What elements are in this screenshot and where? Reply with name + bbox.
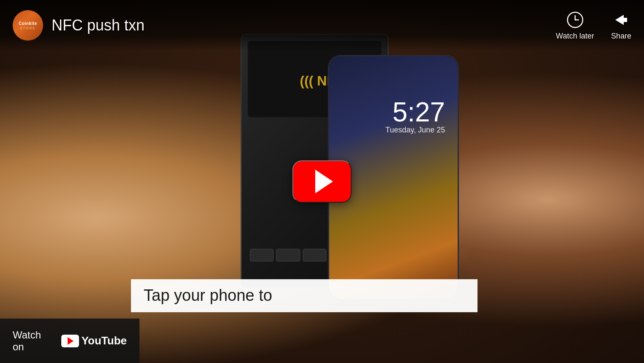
youtube-icon bbox=[61, 335, 79, 347]
subtitle-text: Tap your phone to bbox=[144, 286, 272, 304]
video-header: Coinkite STORE NFC push txn Watch later bbox=[0, 0, 644, 51]
avatar-text-bottom: STORE bbox=[20, 26, 35, 30]
share-arrow-icon bbox=[612, 11, 630, 29]
phone-clock: 5:27 bbox=[329, 99, 445, 126]
svg-text:((( NF: ((( NF bbox=[300, 73, 332, 88]
watch-later-label: Watch later bbox=[556, 32, 594, 41]
video-container: ((( NF 5:27 Tuesday, June 25 Coinkite ST… bbox=[0, 0, 644, 363]
play-button-container bbox=[292, 160, 352, 203]
phone-time-display: 5:27 Tuesday, June 25 bbox=[329, 99, 458, 135]
youtube-text: YouTube bbox=[82, 334, 127, 347]
subtitle-bar: Tap your phone to bbox=[131, 279, 478, 312]
bottom-bar: Watch on YouTube bbox=[0, 319, 139, 363]
nfc-waves-icon: ((( NF bbox=[298, 66, 332, 92]
phone-date: Tuesday, June 25 bbox=[329, 126, 445, 135]
header-actions: Watch later Share bbox=[556, 11, 631, 41]
share-button[interactable]: Share bbox=[611, 11, 631, 41]
share-icon bbox=[612, 11, 630, 29]
youtube-logo[interactable]: YouTube bbox=[61, 334, 127, 347]
watch-on-text: Watch on bbox=[13, 329, 54, 353]
youtube-play-icon bbox=[68, 337, 74, 345]
clock-icon bbox=[566, 11, 584, 29]
watch-later-button[interactable]: Watch later bbox=[556, 11, 594, 41]
channel-avatar[interactable]: Coinkite STORE bbox=[13, 10, 43, 41]
watch-later-icon bbox=[566, 11, 584, 29]
video-title: NFC push txn bbox=[52, 16, 145, 34]
avatar-text-top: Coinkite bbox=[19, 21, 37, 26]
share-label: Share bbox=[611, 32, 631, 41]
play-button[interactable] bbox=[292, 160, 352, 203]
play-triangle-icon bbox=[315, 170, 333, 193]
